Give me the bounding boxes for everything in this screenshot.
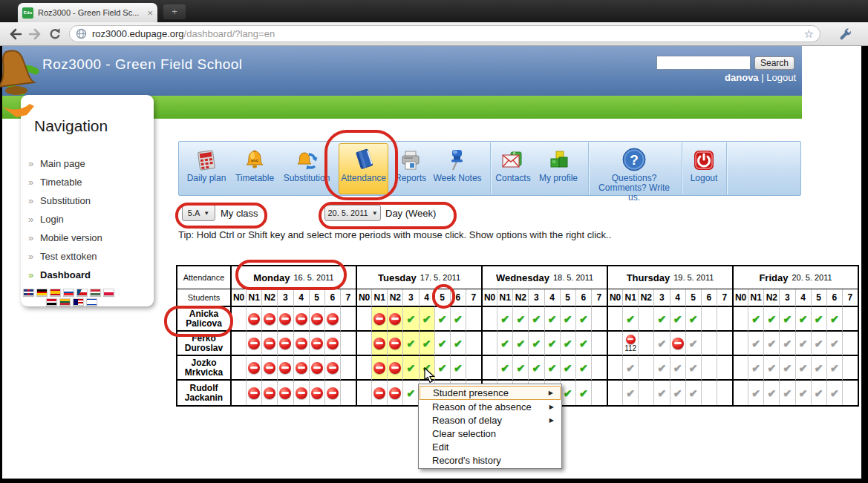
attendance-cell[interactable]: ✔ [560, 356, 575, 381]
flag-czech-icon[interactable] [76, 289, 88, 296]
attendance-cell[interactable] [732, 307, 748, 332]
attendance-cell[interactable] [324, 332, 340, 356]
menu-item-reason-of-delay[interactable]: Reason of delay▶ [420, 413, 561, 427]
attendance-cell[interactable]: ✔ [653, 381, 669, 405]
attendance-cell[interactable] [387, 381, 402, 405]
attendance-cell[interactable]: ✔ [402, 356, 418, 381]
attendance-cell[interactable] [842, 332, 858, 356]
attendance-cell[interactable] [324, 381, 340, 405]
attendance-cell[interactable] [670, 332, 685, 356]
attendance-cell[interactable] [324, 356, 340, 381]
attendance-cell[interactable]: ✔ [779, 356, 794, 381]
attendance-cell[interactable]: ✔ [450, 332, 466, 356]
site-search-button[interactable]: Search [754, 56, 794, 70]
attendance-cell[interactable] [356, 356, 371, 381]
attendance-cell[interactable]: ✔ [419, 332, 434, 356]
attendance-cell[interactable] [340, 307, 356, 332]
attendance-cell[interactable] [277, 356, 293, 381]
attendance-cell[interactable] [371, 356, 387, 381]
attendance-cell[interactable] [246, 381, 261, 405]
attendance-cell[interactable]: ✔ [419, 356, 434, 381]
attendance-cell[interactable] [356, 307, 371, 332]
attendance-cell[interactable] [277, 307, 293, 332]
ribbon-substitution-button[interactable]: Substitution [278, 144, 336, 194]
attendance-cell[interactable]: ✔ [402, 332, 418, 356]
class-select[interactable]: 5.A▼ [182, 205, 215, 221]
attendance-cell[interactable] [732, 356, 748, 381]
attendance-cell[interactable]: ✔ [419, 307, 434, 332]
attendance-cell[interactable]: ✔ [544, 307, 560, 332]
attendance-cell[interactable]: ✔ [811, 381, 826, 405]
site-search-input[interactable] [656, 56, 751, 70]
attendance-cell[interactable]: ✔ [575, 381, 591, 405]
attendance-cell[interactable]: ✔ [685, 307, 701, 332]
attendance-cell[interactable] [277, 381, 293, 405]
attendance-cell[interactable]: ✔ [575, 356, 591, 381]
attendance-cell[interactable] [481, 307, 497, 332]
attendance-cell[interactable]: ✔ [575, 307, 591, 332]
attendance-cell[interactable]: ✔ [795, 332, 811, 356]
attendance-cell[interactable] [387, 332, 402, 356]
attendance-cell[interactable]: ✔ [811, 332, 826, 356]
attendance-cell[interactable] [371, 307, 387, 332]
attendance-cell[interactable] [371, 381, 387, 405]
attendance-cell[interactable] [293, 356, 309, 381]
attendance-cell[interactable]: ✔ [811, 307, 826, 332]
attendance-cell[interactable] [309, 332, 324, 356]
attendance-cell[interactable] [246, 356, 261, 381]
attendance-cell[interactable]: ✔ [653, 307, 669, 332]
attendance-cell[interactable]: ✔ [670, 356, 685, 381]
attendance-cell[interactable] [591, 332, 607, 356]
attendance-cell[interactable] [717, 381, 732, 405]
attendance-cell[interactable]: ✔ [544, 356, 560, 381]
attendance-cell[interactable] [261, 332, 277, 356]
attendance-cell[interactable] [309, 381, 324, 405]
attendance-cell[interactable]: ✔ [779, 381, 794, 405]
attendance-cell[interactable] [246, 307, 261, 332]
attendance-cell[interactable] [340, 356, 356, 381]
ribbon-week-notes-button[interactable]: Week Notes [428, 144, 487, 194]
attendance-cell[interactable] [607, 332, 622, 356]
attendance-cell[interactable] [261, 356, 277, 381]
attendance-cell[interactable]: ✔ [748, 332, 763, 356]
attendance-cell[interactable] [591, 356, 607, 381]
attendance-cell[interactable] [261, 381, 277, 405]
attendance-cell[interactable]: ✔ [748, 381, 763, 405]
attendance-cell[interactable] [340, 381, 356, 405]
attendance-cell[interactable]: ✔ [811, 356, 826, 381]
attendance-cell[interactable]: ✔ [544, 332, 560, 356]
attendance-cell[interactable]: ✔ [795, 307, 811, 332]
header-logout-link[interactable]: Logout [766, 72, 796, 83]
ribbon-my-profile-button[interactable]: My profile [533, 144, 584, 194]
menu-item-records-history[interactable]: Record's history [420, 453, 561, 467]
attendance-cell[interactable]: ✔ [826, 307, 842, 332]
attendance-cell[interactable]: ✔ [575, 332, 591, 356]
attendance-cell[interactable]: ✔ [497, 356, 512, 381]
attendance-cell[interactable] [230, 307, 246, 332]
attendance-cell[interactable]: ✔ [497, 332, 512, 356]
attendance-cell[interactable] [638, 332, 653, 356]
sidebar-item-test-exttoken[interactable]: »Test exttoken [28, 249, 147, 263]
back-button[interactable] [7, 27, 24, 42]
attendance-cell[interactable] [607, 381, 622, 405]
attendance-cell[interactable] [717, 307, 732, 332]
flag-spain-icon[interactable] [50, 289, 61, 296]
attendance-cell[interactable]: ✔ [653, 356, 669, 381]
attendance-cell[interactable]: ✔ [528, 307, 544, 332]
attendance-cell[interactable] [638, 381, 653, 405]
attendance-cell[interactable] [842, 381, 858, 405]
flag-uk-icon[interactable] [23, 289, 34, 296]
attendance-cell[interactable] [481, 332, 497, 356]
browser-tab[interactable]: Edu Roz3000 - Green Field Sc... × [18, 3, 157, 22]
attendance-cell[interactable] [591, 381, 607, 405]
attendance-cell[interactable]: ✔ [434, 307, 450, 332]
attendance-cell[interactable] [340, 332, 356, 356]
attendance-cell[interactable]: ✔ [685, 381, 701, 405]
tab-close-icon[interactable]: × [147, 7, 153, 19]
attendance-cell[interactable] [732, 381, 748, 405]
attendance-cell[interactable]: ✔ [402, 381, 418, 405]
attendance-cell[interactable]: ✔ [560, 307, 575, 332]
ribbon-logout-button[interactable]: Logout [684, 144, 724, 194]
flag-hungary-icon[interactable] [90, 289, 101, 296]
attendance-cell[interactable]: 112 [622, 332, 638, 356]
